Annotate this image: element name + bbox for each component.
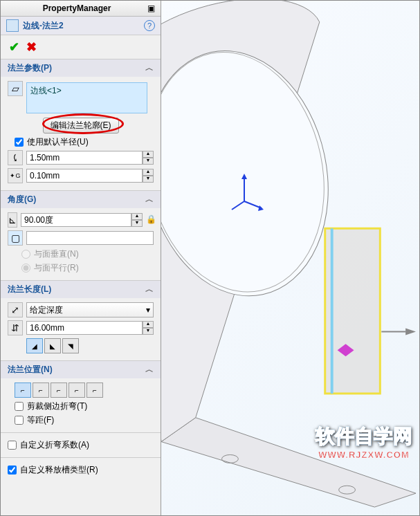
origin-triad [230,174,265,215]
panel-header: PropertyManager ▣ [1,1,161,17]
3d-viewport[interactable]: 软件自学网 WWW.RJZXW.COM [161,1,419,515]
trim-side-bends-checkbox[interactable] [15,402,24,411]
bend-radius-down[interactable]: ▼ [143,158,154,165]
action-row: ✔ ✖ [1,35,161,59]
section-flange-length-header[interactable]: 法兰长度(L) ︿ [1,281,161,298]
cancel-button[interactable]: ✖ [26,39,37,55]
svg-marker-8 [405,328,416,335]
length-ref-tangent-button[interactable]: ◥ [62,338,79,353]
position-bend-outside-button[interactable]: ⌐ [51,383,67,398]
parallel-radio[interactable] [21,264,30,273]
svg-marker-10 [241,174,247,179]
panel-title: PropertyManager [6,3,147,13]
gap-input[interactable] [26,169,143,183]
svg-marker-12 [258,205,264,211]
watermark-text: 软件自学网 [316,423,412,450]
position-tangent-button[interactable]: ⌐ [86,383,103,398]
edge-selection-list[interactable]: 边线<1> [26,82,147,113]
gap-icon: ✦G [8,168,23,183]
position-material-inside-button[interactable]: ⌐ [15,383,31,398]
help-icon[interactable]: ? [144,20,155,31]
lock-icon[interactable]: 🔒 [146,214,156,225]
chevron-down-icon: ▾ [146,305,150,315]
section-flange-params-header[interactable]: 法兰参数(P) ︿ [1,59,161,77]
length-ref-inner-virtual-button[interactable]: ◣ [44,338,61,353]
chevron-up-icon: ︿ [145,194,154,205]
trim-side-bends-label: 剪裁侧边折弯(T) [27,400,87,412]
section-flange-position-header[interactable]: 法兰位置(N) ︿ [1,361,161,378]
flange-length-label: 法兰长度(L) [8,284,51,295]
length-type-value: 给定深度 [30,304,63,316]
angle-up[interactable]: ▲ [131,213,143,220]
watermark: 软件自学网 WWW.RJZXW.COM [316,423,412,460]
bend-radius-up[interactable]: ▲ [143,151,154,158]
face-input[interactable] [26,231,154,245]
feature-title: 边线-法兰2 [23,20,144,32]
perpendicular-radio[interactable] [21,250,30,259]
length-ref-outer-virtual-button[interactable]: ◢ [26,338,43,353]
parallel-label: 与面平行(R) [34,262,79,274]
length-type-icon: ⤢ [8,302,23,317]
bend-radius-input[interactable] [26,151,143,165]
position-virtual-sharp-button[interactable]: ⌐ [69,383,85,398]
chevron-up-icon: ︿ [145,62,154,74]
angle-label: 角度(G) [8,194,36,205]
perpendicular-label: 与面垂直(N) [34,248,79,260]
property-manager-panel: PropertyManager ▣ 边线-法兰2 ? ✔ ✖ 法兰参数(P) ︿… [1,1,161,515]
angle-input[interactable] [21,213,131,227]
length-value-input[interactable] [26,321,143,335]
svg-line-13 [232,201,244,210]
face-selection-icon: ▢ [8,230,23,246]
custom-relief-type-checkbox[interactable] [8,466,17,474]
gap-up[interactable]: ▲ [143,169,154,176]
panel-toggle-icon[interactable]: ▣ [147,3,155,13]
flange-position-label: 法兰位置(N) [8,364,53,376]
svg-line-11 [244,201,262,208]
ok-button[interactable]: ✔ [9,39,19,55]
length-value-icon: ⇵ [8,320,23,335]
chevron-up-icon: ︿ [145,364,154,376]
offset-label: 等距(F) [27,414,54,426]
use-default-radius-checkbox[interactable] [15,138,24,147]
angle-down[interactable]: ▼ [131,220,143,227]
section-angle-header[interactable]: 角度(G) ︿ [1,191,161,208]
custom-bend-allowance-label: 自定义折弯系数(A) [20,439,89,451]
gap-down[interactable]: ▼ [143,176,154,183]
custom-relief-type-label: 自定义释放槽类型(R) [20,464,98,476]
edge-selection-icon: ▱ [8,81,23,96]
angle-icon: ⊾ [8,212,17,228]
feature-header: 边线-法兰2 ? [1,17,161,35]
use-default-radius-label: 使用默认半径(U) [27,136,89,148]
position-material-outside-button[interactable]: ⌐ [33,383,49,398]
edit-flange-profile-button[interactable]: 编辑法兰轮廓(E) [43,118,119,133]
custom-bend-allowance-checkbox[interactable] [8,441,17,450]
chevron-up-icon: ︿ [145,284,154,295]
bend-radius-icon: ⤹ [8,150,23,165]
length-type-combo[interactable]: 给定深度 ▾ [26,302,154,317]
length-down[interactable]: ▼ [143,328,154,335]
watermark-url: WWW.RJZXW.COM [316,450,412,460]
flange-params-label: 法兰参数(P) [8,62,52,74]
edge-flange-icon [6,19,19,32]
offset-checkbox[interactable] [15,416,24,425]
length-up[interactable]: ▲ [143,321,154,328]
